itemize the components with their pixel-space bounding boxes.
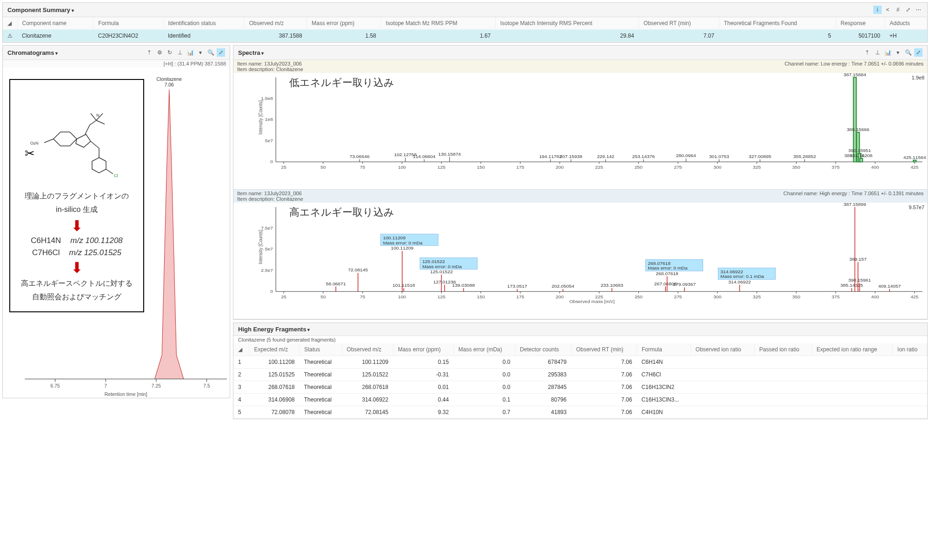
low-energy-spectrum: Item name: 13July2023_006 Item descripti… <box>233 60 927 190</box>
zoom-icon[interactable]: 🔍 <box>904 48 912 57</box>
column-header[interactable]: Mass error (ppm) <box>393 343 453 356</box>
column-header[interactable]: Detector counts <box>515 343 571 356</box>
hash-icon[interactable]: # <box>894 6 902 14</box>
chart-icon[interactable]: 📊 <box>186 48 194 57</box>
info-icon[interactable]: i <box>873 6 882 14</box>
component-summary-toolbar: i < # ⤢ ⋯ <box>873 6 923 14</box>
svg-text:73.06546: 73.06546 <box>350 154 370 159</box>
column-header[interactable]: Response <box>836 17 885 30</box>
component-summary-title[interactable]: Component Summary <box>7 7 74 13</box>
svg-text:400: 400 <box>871 294 879 299</box>
chart-icon[interactable]: 📊 <box>884 48 892 57</box>
cell-index: 3 <box>233 381 249 394</box>
high-energy-spectrum: Item name: 13July2023_006 Item descripti… <box>233 190 927 319</box>
svg-text:7.5: 7.5 <box>203 383 210 389</box>
cell-exp-mz: 314.06908 <box>249 394 299 406</box>
item-name-label: Item name: 13July2023_006 <box>237 191 303 196</box>
table-row[interactable]: 3 268.07618 Theoretical 268.07618 0.01 0… <box>233 381 927 394</box>
svg-text:58.06671: 58.06671 <box>326 281 346 286</box>
column-header[interactable]: Formula <box>93 17 163 30</box>
svg-text:N: N <box>96 113 100 118</box>
column-header[interactable]: Status <box>299 343 342 356</box>
cell-formula: C7H6Cl <box>637 369 691 381</box>
expand-icon[interactable]: ⤢ <box>904 6 912 14</box>
table-row[interactable]: ⚠ Clonitazene C20H23ClN4O2 Identified 38… <box>3 30 927 42</box>
tool-peak-icon[interactable]: ⇡ <box>145 48 153 57</box>
spectra-toolbar: ⇡ ⊥ 📊 ▾ 🔍 ⤢ <box>863 48 923 57</box>
cell-iso-int: 29.84 <box>495 30 638 42</box>
axis-icon[interactable]: ⊥ <box>176 48 184 57</box>
cell-rt: 7.06 <box>571 394 637 406</box>
column-header[interactable]: Mass error (mDa) <box>453 343 515 356</box>
svg-text:350: 350 <box>792 165 801 170</box>
zoom-icon[interactable]: 🔍 <box>206 48 215 57</box>
share-icon[interactable]: < <box>884 6 892 14</box>
dropdown-icon[interactable]: ▾ <box>894 48 902 57</box>
svg-text:389.15666: 389.15666 <box>847 127 870 132</box>
table-row[interactable]: 4 314.06908 Theoretical 314.06922 0.44 0… <box>233 394 927 406</box>
cell-exp-mz: 268.07618 <box>249 381 299 394</box>
component-summary-table: ◢Component nameFormulaIdentification sta… <box>3 17 927 42</box>
table-row[interactable]: 2 125.01525 Theoretical 125.01522 -0.31 … <box>233 369 927 381</box>
cell-name: Clonitazene <box>17 30 93 42</box>
column-header[interactable]: Adducts <box>885 17 927 30</box>
table-row[interactable]: 5 72.08078 Theoretical 72.08145 9.32 0.7… <box>233 406 927 419</box>
column-header[interactable]: Expected m/z <box>249 343 299 356</box>
chromatograms-title[interactable]: Chromatograms <box>7 49 58 56</box>
arrow-down-icon: ⬇ <box>16 218 138 233</box>
column-header[interactable]: Expected ion ratio range <box>811 343 892 356</box>
column-header[interactable]: Identification status <box>163 17 244 30</box>
axis-icon[interactable]: ⊥ <box>873 48 882 57</box>
column-header[interactable]: Observed RT (min) <box>639 17 719 30</box>
spectra-title[interactable]: Spectra <box>238 49 264 56</box>
settings-icon[interactable]: ⚙ <box>155 48 164 57</box>
svg-text:314.06922: 314.06922 <box>720 269 743 274</box>
table-row[interactable]: 1 100.11208 Theoretical 100.11209 0.15 0… <box>233 356 927 369</box>
column-header[interactable]: Theoretical Fragments Found <box>719 17 836 30</box>
svg-text:409.14057: 409.14057 <box>878 283 901 289</box>
svg-text:375: 375 <box>832 294 840 299</box>
svg-text:2.5e7: 2.5e7 <box>261 268 273 273</box>
svg-text:400: 400 <box>871 165 879 170</box>
fragments-title[interactable]: High Energy Fragments <box>238 326 310 333</box>
svg-text:250: 250 <box>635 165 643 170</box>
column-header[interactable]: Formula <box>637 343 691 356</box>
column-header[interactable]: Mass error (ppm) <box>307 17 381 30</box>
row-marker-header[interactable]: ◢ <box>3 17 17 30</box>
cell-counts: 80796 <box>515 394 571 406</box>
expand-icon[interactable]: ⤢ <box>914 48 923 57</box>
svg-text:280.0964: 280.0964 <box>676 153 696 158</box>
y-axis-label: Intensity [Counts] <box>258 100 263 135</box>
column-header[interactable]: Observed RT (min) <box>571 343 637 356</box>
svg-text:389.157: 389.157 <box>850 257 867 262</box>
svg-text:390.15961: 390.15961 <box>848 278 871 283</box>
svg-text:150: 150 <box>477 294 485 299</box>
more-icon[interactable]: ⋯ <box>914 6 923 14</box>
spectra-header: Spectra ⇡ ⊥ 📊 ▾ 🔍 ⤢ <box>233 46 927 60</box>
low-energy-plot[interactable]: 低エネルギー取り込み 1.9e8 Intensity [Counts] 2550… <box>233 73 927 189</box>
expand-icon[interactable]: ⤢ <box>217 48 225 57</box>
column-header[interactable]: ◢ <box>233 343 249 356</box>
dropdown-icon[interactable]: ▾ <box>196 48 205 57</box>
fragment-1: C6H14N m/z 100.11208 <box>16 236 138 245</box>
spectra-panel: Spectra ⇡ ⊥ 📊 ▾ 🔍 ⤢ Item name: 13July202… <box>233 45 928 320</box>
cell-ppm: 0.44 <box>393 394 453 406</box>
column-header[interactable]: Ion ratio <box>892 343 927 356</box>
column-header[interactable]: Observed m/z <box>342 343 393 356</box>
chromatogram-label: [+H] : (31.4 PPM) 387.1588 <box>3 60 230 67</box>
svg-text:175: 175 <box>516 294 525 299</box>
svg-text:125: 125 <box>438 294 446 299</box>
column-header[interactable]: Isotope Match Mz RMS PPM <box>381 17 495 30</box>
column-header[interactable]: Observed ion ratio <box>691 343 754 356</box>
tool-peak-icon[interactable]: ⇡ <box>863 48 871 57</box>
scissors-icon: ✂ <box>25 146 35 160</box>
x-axis-label: Retention time [min] <box>105 392 147 397</box>
column-header[interactable]: Observed m/z <box>244 17 307 30</box>
refresh-icon[interactable]: ↻ <box>166 48 174 57</box>
high-energy-plot[interactable]: 高エネルギー取り込み 9.57e7 Intensity [Counts] Obs… <box>233 203 927 319</box>
high-energy-header: Item name: 13July2023_006 Item descripti… <box>233 190 927 203</box>
cell-index: 1 <box>233 356 249 369</box>
column-header[interactable]: Component name <box>17 17 93 30</box>
column-header[interactable]: Isotope Match Intensity RMS Percent <box>495 17 638 30</box>
column-header[interactable]: Passed ion ratio <box>754 343 811 356</box>
